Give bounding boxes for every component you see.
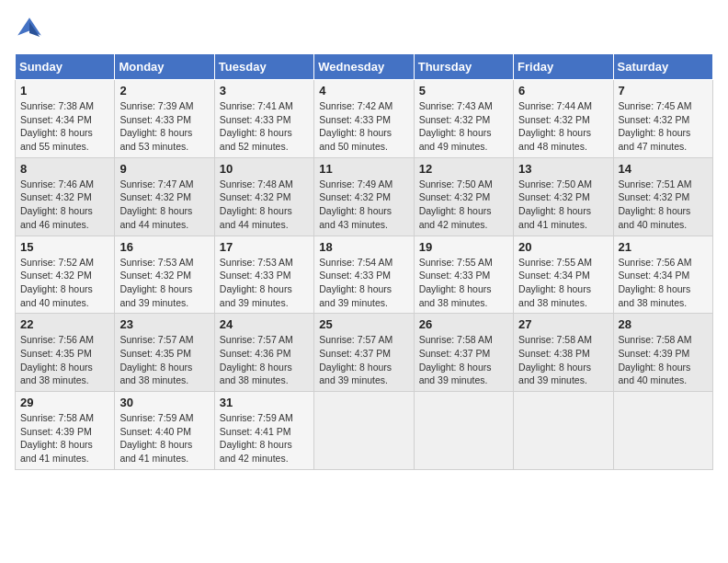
calendar-week-row: 29Sunrise: 7:58 AMSunset: 4:39 PMDayligh… <box>16 392 713 470</box>
day-number: 3 <box>220 84 309 98</box>
day-info: Sunrise: 7:57 AMSunset: 4:35 PMDaylight:… <box>119 333 209 387</box>
calendar-cell: 26Sunrise: 7:58 AMSunset: 4:37 PMDayligh… <box>414 314 513 392</box>
day-number: 17 <box>220 240 309 254</box>
weekday-header-row: SundayMondayTuesdayWednesdayThursdayFrid… <box>16 54 713 80</box>
day-number: 2 <box>119 84 209 98</box>
day-number: 5 <box>419 84 508 98</box>
logo <box>15 15 48 44</box>
day-number: 23 <box>119 317 209 331</box>
day-info: Sunrise: 7:56 AMSunset: 4:34 PMDaylight:… <box>619 256 708 310</box>
weekday-header: Sunday <box>16 54 115 80</box>
day-number: 18 <box>319 240 408 254</box>
calendar-cell: 16Sunrise: 7:53 AMSunset: 4:32 PMDayligh… <box>115 236 214 314</box>
day-number: 8 <box>20 162 109 176</box>
calendar-cell: 28Sunrise: 7:58 AMSunset: 4:39 PMDayligh… <box>613 314 712 392</box>
day-number: 13 <box>518 162 608 176</box>
day-number: 24 <box>220 317 309 331</box>
calendar-cell: 12Sunrise: 7:50 AMSunset: 4:32 PMDayligh… <box>414 157 513 236</box>
day-info: Sunrise: 7:52 AMSunset: 4:32 PMDaylight:… <box>20 256 109 310</box>
day-number: 15 <box>20 240 109 254</box>
day-info: Sunrise: 7:47 AMSunset: 4:32 PMDaylight:… <box>119 178 209 232</box>
day-number: 7 <box>619 84 708 98</box>
calendar-cell: 15Sunrise: 7:52 AMSunset: 4:32 PMDayligh… <box>16 236 115 314</box>
day-number: 14 <box>619 162 708 176</box>
day-info: Sunrise: 7:59 AMSunset: 4:41 PMDaylight:… <box>220 411 309 465</box>
calendar-cell: 7Sunrise: 7:45 AMSunset: 4:32 PMDaylight… <box>613 80 712 158</box>
day-number: 1 <box>20 84 109 98</box>
page-header <box>15 15 713 44</box>
calendar-week-row: 15Sunrise: 7:52 AMSunset: 4:32 PMDayligh… <box>16 236 713 314</box>
day-info: Sunrise: 7:43 AMSunset: 4:32 PMDaylight:… <box>419 99 508 154</box>
day-info: Sunrise: 7:58 AMSunset: 4:38 PMDaylight:… <box>518 333 608 387</box>
day-info: Sunrise: 7:49 AMSunset: 4:32 PMDaylight:… <box>319 178 408 232</box>
day-number: 6 <box>518 84 608 98</box>
calendar-cell: 14Sunrise: 7:51 AMSunset: 4:32 PMDayligh… <box>613 157 712 236</box>
weekday-header: Friday <box>514 54 613 80</box>
calendar-cell: 2Sunrise: 7:39 AMSunset: 4:33 PMDaylight… <box>115 80 214 158</box>
day-info: Sunrise: 7:59 AMSunset: 4:40 PMDaylight:… <box>119 411 209 465</box>
day-info: Sunrise: 7:55 AMSunset: 4:33 PMDaylight:… <box>419 256 508 310</box>
calendar-cell: 20Sunrise: 7:55 AMSunset: 4:34 PMDayligh… <box>514 236 613 314</box>
day-number: 21 <box>619 240 708 254</box>
weekday-header: Thursday <box>414 54 513 80</box>
calendar-cell: 22Sunrise: 7:56 AMSunset: 4:35 PMDayligh… <box>16 314 115 392</box>
day-number: 27 <box>518 317 608 331</box>
day-info: Sunrise: 7:50 AMSunset: 4:32 PMDaylight:… <box>518 178 608 232</box>
day-info: Sunrise: 7:58 AMSunset: 4:39 PMDaylight:… <box>20 411 109 465</box>
calendar-cell: 1Sunrise: 7:38 AMSunset: 4:34 PMDaylight… <box>16 80 115 158</box>
day-number: 9 <box>119 162 209 176</box>
day-info: Sunrise: 7:46 AMSunset: 4:32 PMDaylight:… <box>20 178 109 232</box>
calendar-cell: 5Sunrise: 7:43 AMSunset: 4:32 PMDaylight… <box>414 80 513 158</box>
day-info: Sunrise: 7:54 AMSunset: 4:33 PMDaylight:… <box>319 256 408 310</box>
calendar-cell: 13Sunrise: 7:50 AMSunset: 4:32 PMDayligh… <box>514 157 613 236</box>
calendar-cell: 24Sunrise: 7:57 AMSunset: 4:36 PMDayligh… <box>214 314 313 392</box>
calendar-cell <box>314 392 414 470</box>
calendar-cell: 17Sunrise: 7:53 AMSunset: 4:33 PMDayligh… <box>214 236 313 314</box>
calendar-cell: 23Sunrise: 7:57 AMSunset: 4:35 PMDayligh… <box>115 314 214 392</box>
calendar-cell: 29Sunrise: 7:58 AMSunset: 4:39 PMDayligh… <box>16 392 115 470</box>
day-info: Sunrise: 7:39 AMSunset: 4:33 PMDaylight:… <box>119 99 209 154</box>
calendar-cell <box>613 392 712 470</box>
day-info: Sunrise: 7:53 AMSunset: 4:32 PMDaylight:… <box>119 256 209 310</box>
day-info: Sunrise: 7:38 AMSunset: 4:34 PMDaylight:… <box>20 99 109 154</box>
day-info: Sunrise: 7:56 AMSunset: 4:35 PMDaylight:… <box>20 333 109 387</box>
day-info: Sunrise: 7:58 AMSunset: 4:39 PMDaylight:… <box>619 333 708 387</box>
day-number: 25 <box>319 317 408 331</box>
logo-icon <box>15 15 44 44</box>
calendar-cell: 9Sunrise: 7:47 AMSunset: 4:32 PMDaylight… <box>115 157 214 236</box>
calendar-cell: 10Sunrise: 7:48 AMSunset: 4:32 PMDayligh… <box>214 157 313 236</box>
day-number: 26 <box>419 317 508 331</box>
day-number: 10 <box>220 162 309 176</box>
day-number: 28 <box>619 317 708 331</box>
day-number: 4 <box>319 84 408 98</box>
weekday-header: Tuesday <box>214 54 313 80</box>
day-info: Sunrise: 7:57 AMSunset: 4:36 PMDaylight:… <box>220 333 309 387</box>
day-number: 31 <box>220 396 309 409</box>
weekday-header: Wednesday <box>314 54 414 80</box>
day-info: Sunrise: 7:41 AMSunset: 4:33 PMDaylight:… <box>220 99 309 154</box>
calendar-week-row: 22Sunrise: 7:56 AMSunset: 4:35 PMDayligh… <box>16 314 713 392</box>
calendar-cell: 19Sunrise: 7:55 AMSunset: 4:33 PMDayligh… <box>414 236 513 314</box>
calendar-cell: 18Sunrise: 7:54 AMSunset: 4:33 PMDayligh… <box>314 236 414 314</box>
day-info: Sunrise: 7:57 AMSunset: 4:37 PMDaylight:… <box>319 333 408 387</box>
calendar-cell: 8Sunrise: 7:46 AMSunset: 4:32 PMDaylight… <box>16 157 115 236</box>
calendar-cell: 21Sunrise: 7:56 AMSunset: 4:34 PMDayligh… <box>613 236 712 314</box>
calendar-table: SundayMondayTuesdayWednesdayThursdayFrid… <box>15 53 713 470</box>
calendar-cell: 6Sunrise: 7:44 AMSunset: 4:32 PMDaylight… <box>514 80 613 158</box>
weekday-header: Saturday <box>613 54 712 80</box>
weekday-header: Monday <box>115 54 214 80</box>
day-number: 12 <box>419 162 508 176</box>
day-number: 29 <box>20 396 109 409</box>
day-number: 20 <box>518 240 608 254</box>
calendar-week-row: 8Sunrise: 7:46 AMSunset: 4:32 PMDaylight… <box>16 157 713 236</box>
day-number: 22 <box>20 317 109 331</box>
calendar-cell: 11Sunrise: 7:49 AMSunset: 4:32 PMDayligh… <box>314 157 414 236</box>
calendar-cell: 27Sunrise: 7:58 AMSunset: 4:38 PMDayligh… <box>514 314 613 392</box>
day-info: Sunrise: 7:53 AMSunset: 4:33 PMDaylight:… <box>220 256 309 310</box>
day-info: Sunrise: 7:48 AMSunset: 4:32 PMDaylight:… <box>220 178 309 232</box>
day-info: Sunrise: 7:51 AMSunset: 4:32 PMDaylight:… <box>619 178 708 232</box>
calendar-week-row: 1Sunrise: 7:38 AMSunset: 4:34 PMDaylight… <box>16 80 713 158</box>
calendar-cell: 3Sunrise: 7:41 AMSunset: 4:33 PMDaylight… <box>214 80 313 158</box>
calendar-cell <box>414 392 513 470</box>
day-number: 11 <box>319 162 408 176</box>
